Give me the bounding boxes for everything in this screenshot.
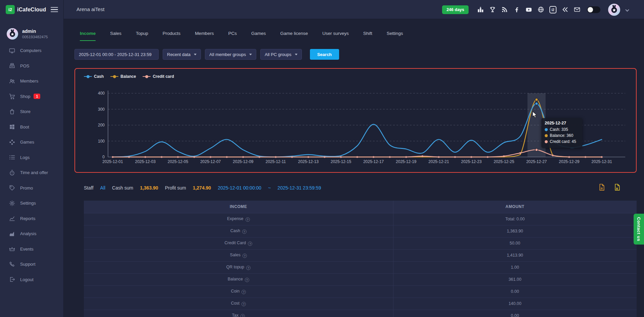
globe-icon[interactable] <box>537 6 544 13</box>
table-row-sales: Sales?1,413.90 <box>84 249 637 261</box>
facebook-icon[interactable] <box>513 6 520 13</box>
sidebar-item-label: Events <box>20 247 34 252</box>
svg-text:300: 300 <box>98 107 105 112</box>
tab-game-license[interactable]: Game license <box>280 31 308 41</box>
user-name: admin <box>22 29 48 35</box>
tab-members[interactable]: Members <box>195 31 214 41</box>
windows-icon <box>9 123 15 130</box>
income-chart-panel: 01002003004002025-12-012025-12-032025-12… <box>74 68 637 173</box>
sidebar-item-support[interactable]: Support <box>0 257 63 272</box>
help-icon[interactable]: ? <box>241 290 246 294</box>
svg-text:2025-12-21: 2025-12-21 <box>428 159 449 164</box>
help-icon[interactable]: ? <box>243 254 247 258</box>
help-icon[interactable]: ? <box>245 278 249 282</box>
help-icon[interactable]: ? <box>241 302 246 306</box>
help-icon[interactable]: ? <box>240 314 245 317</box>
license-days-badge[interactable]: 246 days <box>442 5 469 14</box>
income-amount: 50.00 <box>393 237 637 249</box>
help-icon[interactable]: ? <box>242 229 247 234</box>
sidebar-item-logout[interactable]: Logout <box>0 272 63 287</box>
income-label: Cost? <box>84 298 393 310</box>
area-chart-icon <box>9 230 15 237</box>
sidebar-item-games[interactable]: Games <box>0 135 63 150</box>
help-icon[interactable]: ? <box>248 242 252 246</box>
date-range-input[interactable]: 2025-12-01 00:00 - 2025-12-31 23:59 <box>74 49 159 60</box>
sidebar-item-reports[interactable]: Reports <box>0 211 63 226</box>
data-scope-select[interactable]: Recent data <box>163 49 201 60</box>
members-icon <box>9 78 15 85</box>
chart-tooltip: 2025-12-27 Cash: 335Balance: 360Credit c… <box>541 118 582 148</box>
active-point-cash <box>535 102 538 105</box>
svg-text:400: 400 <box>98 91 105 96</box>
sidebar-item-analysis[interactable]: Analysis <box>0 226 63 242</box>
series-dot-icon <box>545 128 548 131</box>
sidebar-item-logs[interactable]: Logs <box>0 150 63 165</box>
legend-label: Credit card <box>153 74 174 79</box>
filter-bar: 2025-12-01 00:00 - 2025-12-31 23:59 Rece… <box>74 49 339 60</box>
user-card[interactable]: admin 005193482475 <box>0 26 63 42</box>
svg-text:200: 200 <box>98 123 105 127</box>
sidebar-item-events[interactable]: Events <box>0 242 63 257</box>
youtube-icon[interactable] <box>525 6 532 13</box>
legend-marker-icon <box>110 75 118 78</box>
sidebar-item-label: Store <box>20 109 31 114</box>
legend-item-credit-card[interactable]: Credit card <box>143 74 174 79</box>
search-button[interactable]: Search <box>310 49 339 60</box>
sidebar-item-computers[interactable]: Computers <box>0 43 63 58</box>
tab-pcs[interactable]: PCs <box>228 31 237 41</box>
member-group-select[interactable]: All member groups <box>205 49 256 60</box>
icafecloud-icon[interactable]: i2 <box>549 6 556 13</box>
sidebar-item-boot[interactable]: Boot <box>0 119 63 135</box>
profile-chevron-down-icon[interactable] <box>625 8 629 11</box>
tab-sales[interactable]: Sales <box>110 31 121 41</box>
tab-user-surveys[interactable]: User surveys <box>322 31 349 41</box>
pos-icon <box>9 62 15 69</box>
ranking-icon[interactable] <box>477 6 484 13</box>
tab-shift[interactable]: Shift <box>363 31 372 41</box>
sidebar-item-time-and-offer[interactable]: Time and offer <box>0 165 63 180</box>
legend-label: Cash <box>94 74 104 79</box>
sidebar-item-label: Time and offer <box>20 170 48 175</box>
trophy-icon[interactable] <box>489 6 496 13</box>
tab-topup[interactable]: Topup <box>136 31 148 41</box>
income-amount: 1,363.90 <box>393 225 637 237</box>
sidebar-item-settings[interactable]: Settings <box>0 196 63 211</box>
chevrons-icon[interactable] <box>561 6 569 13</box>
tab-settings[interactable]: Settings <box>387 31 403 41</box>
pc-group-select[interactable]: All PC groups <box>260 49 302 60</box>
sidebar-item-promo[interactable]: Promo <box>0 180 63 196</box>
tab-products[interactable]: Products <box>163 31 180 41</box>
staff-filter-all[interactable]: All <box>100 185 106 191</box>
sidebar-item-members[interactable]: Members <box>0 73 63 89</box>
topbar-avatar[interactable] <box>608 4 620 16</box>
sidebar-item-label: Logout <box>20 277 34 282</box>
sidebar-item-store[interactable]: Store <box>0 104 63 119</box>
pdf-export-button[interactable] <box>598 184 605 191</box>
sidebar-item-label: Promo <box>20 186 33 191</box>
mail-icon[interactable] <box>574 6 581 13</box>
user-id: 005193482475 <box>22 35 48 39</box>
staff-label: Staff <box>84 185 94 191</box>
help-icon[interactable]: ? <box>246 266 251 270</box>
rss-icon[interactable] <box>501 6 508 13</box>
help-icon[interactable]: ? <box>246 217 250 222</box>
income-amount: 361.00 <box>393 273 637 285</box>
legend-item-cash[interactable]: Cash <box>84 74 104 79</box>
legend-item-balance[interactable]: Balance <box>110 74 136 79</box>
excel-export-button[interactable] <box>614 184 621 191</box>
svg-text:2025-12-13: 2025-12-13 <box>298 159 319 164</box>
report-tabs: IncomeSalesTopupProductsMembersPCsGamesG… <box>80 31 403 41</box>
contact-us-button[interactable]: Contact us <box>634 214 644 245</box>
tab-games[interactable]: Games <box>251 31 266 41</box>
tab-income[interactable]: Income <box>80 31 96 41</box>
sidebar-nav: ComputersPOSMembersShop1StoreBootGamesLo… <box>0 43 63 287</box>
theme-toggle[interactable] <box>587 6 600 13</box>
gamepad-icon <box>9 139 15 146</box>
sidebar-item-label: Boot <box>20 124 29 129</box>
chevron-down-icon <box>249 54 252 55</box>
hamburger-menu-icon[interactable] <box>51 6 58 14</box>
list-icon <box>9 154 15 161</box>
svg-text:2025-12-23: 2025-12-23 <box>461 159 482 164</box>
sidebar-item-shop[interactable]: Shop1 <box>0 89 63 104</box>
sidebar-item-pos[interactable]: POS <box>0 58 63 74</box>
